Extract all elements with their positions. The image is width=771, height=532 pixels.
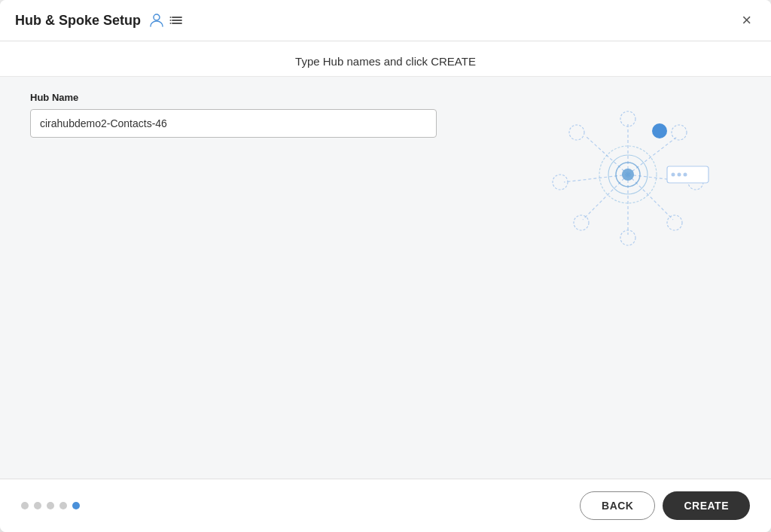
dot-5 [72,502,80,509]
list-icon [168,12,184,29]
svg-point-18 [667,215,682,230]
modal-body: Hub Name [0,77,771,479]
header-icons [148,12,184,29]
modal-title: Hub & Spoke Setup [15,13,141,29]
right-panel [515,92,741,479]
back-button[interactable]: BACK [580,491,655,520]
svg-point-0 [154,14,160,20]
dot-3 [47,502,54,509]
header-left: Hub & Spoke Setup [15,12,184,29]
footer-buttons: BACK CREATE [580,491,750,520]
dot-2 [34,502,41,509]
modal-header: Hub & Spoke Setup × [0,0,771,41]
person-icon [148,12,165,29]
svg-point-30 [678,173,681,177]
close-button[interactable]: × [737,11,756,30]
dot-1 [21,502,29,509]
modal-footer: BACK CREATE [0,479,771,532]
svg-point-22 [569,125,584,140]
svg-point-5 [170,20,172,21]
hub-name-label: Hub Name [30,92,492,103]
svg-point-16 [672,125,687,140]
hub-spoke-modal: Hub & Spoke Setup × [0,0,771,532]
subtitle-text: Type Hub names and click CREATE [295,38,476,75]
svg-point-21 [553,175,568,190]
svg-point-20 [574,215,589,230]
left-panel: Hub Name [30,92,515,479]
svg-point-26 [622,169,634,181]
svg-point-6 [170,23,172,24]
svg-point-27 [652,123,667,138]
create-button[interactable]: CREATE [663,491,750,520]
hub-spoke-illustration [545,99,711,250]
svg-point-4 [170,17,172,18]
hub-name-input[interactable] [30,109,437,138]
svg-line-12 [583,175,628,220]
pagination-dots [21,502,80,509]
svg-point-31 [684,173,687,177]
svg-line-10 [628,175,673,220]
dot-4 [59,502,67,509]
svg-point-29 [672,173,675,177]
